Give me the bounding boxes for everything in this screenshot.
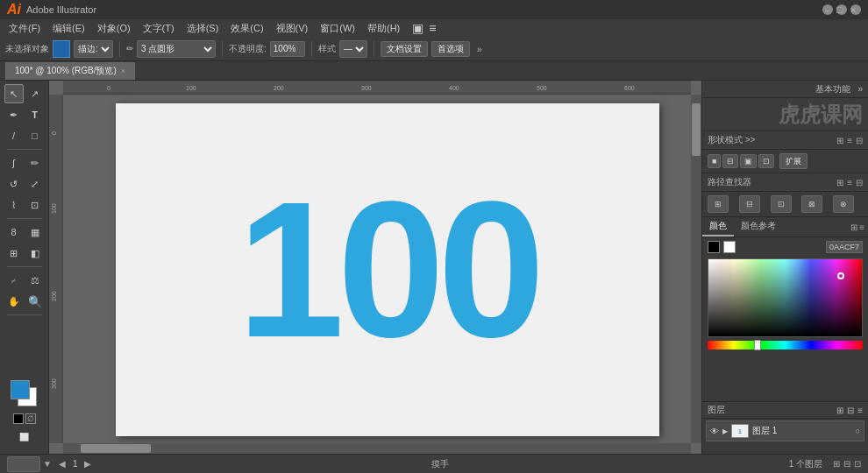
vertical-scroll-thumb[interactable] xyxy=(692,103,701,156)
pathfinder-panel: 路径查找器 ⊞ ≡ ⊟ ⊞ ⊟ ⊡ ⊠ ⊗ xyxy=(702,173,868,217)
cs-black-swatch[interactable] xyxy=(708,241,720,253)
screen-mode-btn[interactable]: ⬜ xyxy=(15,427,34,447)
options-extra[interactable]: » xyxy=(477,44,482,54)
zoom-input[interactable]: 100% xyxy=(7,456,40,472)
pf-btn-5[interactable]: ⊗ xyxy=(833,195,854,213)
status-icon-3[interactable]: ⊡ xyxy=(854,459,861,469)
warp-tool[interactable]: ⌇ xyxy=(4,195,24,215)
line-tool[interactable]: / xyxy=(4,126,24,145)
foreground-color-swatch[interactable] xyxy=(11,380,30,399)
close-button[interactable]: × xyxy=(850,4,861,15)
doc-settings-btn[interactable]: 文档设置 xyxy=(381,41,428,57)
layers-add[interactable]: ⊞ xyxy=(836,406,843,415)
layer-row-1[interactable]: 👁 ▶ 1 图层 1 ○ xyxy=(706,420,864,441)
contract-pathfinder[interactable]: ⊟ xyxy=(856,178,863,187)
status-nav-next[interactable]: ▶ xyxy=(84,459,91,469)
more-pathfinder[interactable]: ≡ xyxy=(847,178,852,187)
minus-btn[interactable]: ⊟ xyxy=(722,154,738,168)
pf-btn-3[interactable]: ⊡ xyxy=(771,195,792,213)
pen-tool[interactable]: ✒ xyxy=(4,105,24,124)
layer-lock[interactable]: ○ xyxy=(856,427,860,435)
style-select[interactable]: — xyxy=(339,40,367,58)
color-fill-box[interactable] xyxy=(53,40,70,58)
menu-icon[interactable]: ▣ xyxy=(412,21,423,35)
tab-close-btn[interactable]: × xyxy=(121,67,125,75)
eyedropper-tool[interactable]: ⌿ xyxy=(4,271,24,290)
menu-text[interactable]: 文字(T) xyxy=(138,20,180,37)
menu-expand[interactable]: ≡ xyxy=(429,21,436,35)
free-transform-tool[interactable]: ⊡ xyxy=(25,195,45,215)
active-tab[interactable]: 100* @ 100% (RGB/预览) × xyxy=(5,62,135,80)
more-color[interactable]: ≡ xyxy=(859,222,864,232)
stroke-select[interactable]: 描边: xyxy=(74,40,113,58)
pathfinder-title: 路径查找器 xyxy=(708,176,751,188)
hue-slider[interactable] xyxy=(708,341,863,349)
canvas-area[interactable]: 0 100 200 300 400 500 600 700 0 100 200 xyxy=(49,81,701,454)
expand-transform[interactable]: ⊞ xyxy=(836,136,843,145)
status-nav-prev[interactable]: ◀ xyxy=(59,459,66,469)
menu-select[interactable]: 选择(S) xyxy=(181,20,224,37)
layers-more[interactable]: ≡ xyxy=(857,406,863,415)
measure-tool[interactable]: ⚖ xyxy=(25,271,45,290)
menu-edit[interactable]: 编辑(E) xyxy=(47,20,90,37)
extra-tool-row: ⬜ xyxy=(15,427,34,447)
hand-tool[interactable]: ✋ xyxy=(4,292,24,311)
color-tab[interactable]: 颜色 xyxy=(702,217,734,236)
prefs-btn[interactable]: 首选项 xyxy=(431,41,470,57)
more-transform[interactable]: ≡ xyxy=(847,136,852,145)
expand-color[interactable]: ⊞ xyxy=(850,222,857,232)
opacity-input[interactable] xyxy=(270,41,305,57)
scale-tool[interactable]: ⤢ xyxy=(25,174,45,194)
intersect-btn[interactable]: ▣ xyxy=(740,154,757,168)
hue-slider-thumb[interactable] xyxy=(754,340,761,350)
rotate-tool[interactable]: ↺ xyxy=(4,174,24,194)
brush-select[interactable]: 3 点圆形 xyxy=(137,40,216,58)
black-swatch[interactable] xyxy=(13,413,24,424)
minimize-button[interactable]: － xyxy=(822,4,833,15)
svg-rect-10 xyxy=(49,95,63,443)
gradient-tool[interactable]: ◧ xyxy=(25,244,45,263)
horizontal-scroll-thumb[interactable] xyxy=(81,444,151,453)
blend-tool[interactable]: 8 xyxy=(4,222,24,242)
menu-help[interactable]: 帮助(H) xyxy=(362,20,405,37)
menu-file[interactable]: 文件(F) xyxy=(4,20,46,37)
status-icon-2[interactable]: ⊟ xyxy=(843,459,850,469)
horizontal-scrollbar[interactable] xyxy=(63,443,691,454)
rect-tool[interactable]: □ xyxy=(25,126,45,145)
exclude-btn[interactable]: ⊡ xyxy=(758,154,774,168)
maximize-button[interactable]: □ xyxy=(836,4,847,15)
zoom-tool[interactable]: 🔍 xyxy=(25,292,45,311)
expand-icon[interactable]: » xyxy=(857,84,863,94)
menu-object[interactable]: 对象(O) xyxy=(92,20,136,37)
type-tool[interactable]: T xyxy=(25,105,45,124)
direct-selection-tool[interactable]: ↗ xyxy=(25,84,45,103)
canvas-scroll[interactable]: 100 xyxy=(63,95,691,443)
zoom-dropdown[interactable]: ▼ xyxy=(43,459,52,469)
color-gradient-picker[interactable] xyxy=(708,258,863,337)
menu-view[interactable]: 视图(V) xyxy=(271,20,314,37)
selection-tool[interactable]: ↖ xyxy=(4,84,24,103)
layer-arrow[interactable]: ▶ xyxy=(722,427,728,435)
layers-delete[interactable]: ⊟ xyxy=(847,406,854,415)
pencil-tool[interactable]: ✏ xyxy=(25,153,45,173)
column-graph-tool[interactable]: ▦ xyxy=(25,222,45,242)
status-icon-1[interactable]: ⊞ xyxy=(833,459,840,469)
pathfinder-panel-icons: ⊞ ≡ ⊟ xyxy=(836,178,863,187)
expand-btn[interactable]: 扩展 xyxy=(779,153,808,169)
paintbrush-tool[interactable]: ∫ xyxy=(4,153,24,173)
expand-pathfinder[interactable]: ⊞ xyxy=(836,178,843,187)
pf-btn-4[interactable]: ⊠ xyxy=(801,195,822,213)
menu-window[interactable]: 窗口(W) xyxy=(315,20,360,37)
none-swatch[interactable]: ∅ xyxy=(25,413,36,424)
pf-btn-2[interactable]: ⊟ xyxy=(739,195,760,213)
mesh-tool[interactable]: ⊞ xyxy=(4,244,24,263)
menu-effect[interactable]: 效果(C) xyxy=(225,20,268,37)
swatches-tab[interactable]: 颜色参考 xyxy=(734,217,783,236)
cs-white-swatch[interactable] xyxy=(723,241,736,253)
layer-visibility-eye[interactable]: 👁 xyxy=(710,427,719,436)
cs-hex-value[interactable]: 0AACF7 xyxy=(826,241,863,253)
vertical-scrollbar[interactable] xyxy=(691,95,701,443)
contract-transform[interactable]: ⊟ xyxy=(856,136,863,145)
unite-btn[interactable]: ■ xyxy=(708,154,721,168)
pf-btn-1[interactable]: ⊞ xyxy=(708,195,729,213)
